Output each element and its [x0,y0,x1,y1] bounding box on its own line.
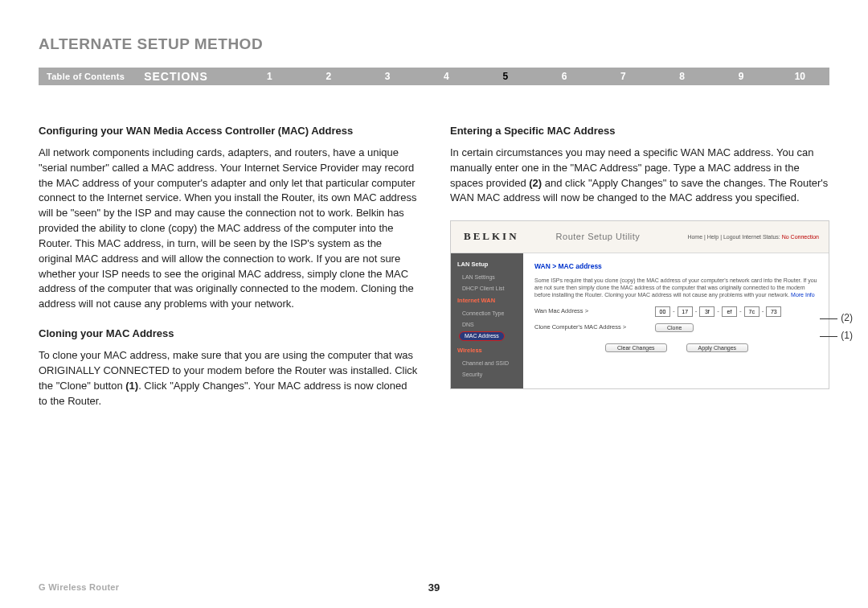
section-10[interactable]: 10 [771,71,829,82]
table-of-contents-link[interactable]: Table of Contents [47,72,125,81]
section-9[interactable]: 9 [711,71,770,82]
section-4[interactable]: 4 [417,71,476,82]
sidebar-item-mac-address[interactable]: MAC Address [459,331,505,341]
sidebar-item-connection-type[interactable]: Connection Type [451,308,523,319]
mac-octet-4[interactable] [722,306,737,317]
more-info-link[interactable]: More Info [791,292,815,298]
clear-changes-button[interactable]: Clear Changes [605,343,667,352]
paragraph-entering-mac: In certain circumstances you may need a … [450,146,829,206]
mac-octet-6[interactable] [766,306,781,317]
sidebar-item-channel-ssid[interactable]: Channel and SSID [451,358,523,369]
sidebar-item-dns[interactable]: DNS [451,319,523,331]
section-1[interactable]: 1 [240,71,299,82]
mac-octet-2[interactable] [678,306,693,317]
mac-octet-5[interactable] [744,306,760,317]
section-6[interactable]: 6 [534,71,593,82]
paragraph-cloning-mac: To clone your MAC address, make sure tha… [39,348,418,409]
breadcrumb: WAN > MAC address [534,261,819,271]
utility-header: BELKIN Router Setup Utility Home | Help … [451,221,829,253]
utility-sidebar: LAN Setup LAN Settings DHCP Client List … [451,253,523,388]
page-number: 39 [428,581,440,594]
section-2[interactable]: 2 [299,71,358,82]
internet-status: No Connection [782,234,819,240]
clone-mac-row: Clone Computer's MAC Address > Clone [534,323,819,332]
sidebar-heading-internet-wan: Internet WAN [451,294,523,308]
utility-top-links[interactable]: Home | Help | Logout Internet Status: No… [687,233,829,241]
sidebar-item-dhcp[interactable]: DHCP Client List [451,283,523,294]
heading-entering-mac: Entering a Specific MAC Address [450,124,829,139]
wan-mac-row: Wan Mac Address > - - - - - [534,306,819,317]
sidebar-heading-wireless: Wireless [451,344,523,358]
belkin-logo: BELKIN [451,229,532,244]
footer-product-name: G Wireless Router [39,582,119,592]
left-column: Configuring your WAN Media Access Contro… [39,124,418,423]
callout-1: (1) [820,329,853,343]
heading-cloning-mac: Cloning your MAC Address [39,327,418,342]
clone-button[interactable]: Clone [655,323,694,332]
utility-content: WAN > MAC address Some ISPs require that… [523,253,829,388]
right-column: Entering a Specific MAC Address In certa… [450,124,829,423]
wan-mac-label: Wan Mac Address > [534,307,655,316]
page-footer: G Wireless Router 39 [39,582,829,592]
page-title: ALTERNATE SETUP METHOD [39,35,829,53]
section-8[interactable]: 8 [653,71,711,82]
section-navbar: Table of Contents SECTIONS 1 2 3 4 5 6 7… [39,68,829,85]
section-3[interactable]: 3 [358,71,416,82]
sidebar-item-security[interactable]: Security [451,369,523,380]
description-text: Some ISPs require that you clone (copy) … [534,277,819,298]
apply-changes-button[interactable]: Apply Changes [686,343,748,352]
mac-octet-1[interactable] [655,306,670,317]
heading-configuring-wan-mac: Configuring your WAN Media Access Contro… [39,124,418,139]
router-utility-screenshot: BELKIN Router Setup Utility Home | Help … [450,220,829,389]
mac-octet-3[interactable] [699,306,714,317]
callout-2: (2) [820,311,853,325]
section-5[interactable]: 5 [476,71,534,82]
sidebar-item-lan-settings[interactable]: LAN Settings [451,272,523,283]
mac-address-inputs: - - - - - [655,306,781,317]
utility-title: Router Setup Utility [532,231,688,244]
section-7[interactable]: 7 [594,71,653,82]
sidebar-heading-lan: LAN Setup [451,258,523,272]
clone-mac-label: Clone Computer's MAC Address > [534,323,655,332]
paragraph-configuring-wan-mac: All network components including cards, … [39,146,418,312]
sections-label: SECTIONS [144,70,208,83]
